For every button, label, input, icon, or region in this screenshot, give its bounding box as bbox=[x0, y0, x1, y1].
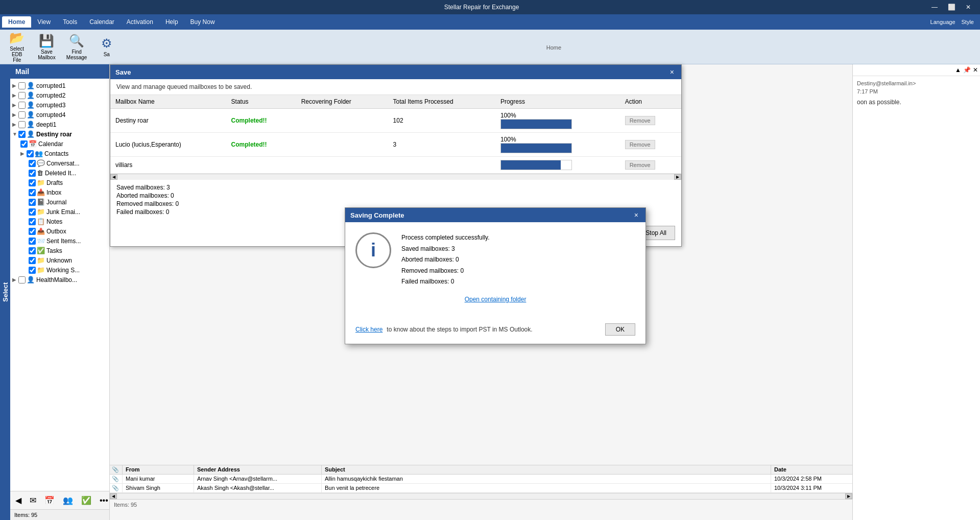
tree-item-corrupted1[interactable]: ▶ 👤 corrupted1 bbox=[10, 81, 109, 90]
nav-prev-button[interactable]: ◀ bbox=[12, 493, 25, 507]
tree-item-health-mailbox[interactable]: ▶ 👤 HealthMailbo... bbox=[10, 275, 109, 285]
expand-icon[interactable]: ▶ bbox=[12, 102, 18, 108]
row2-action[interactable]: Remove bbox=[620, 133, 681, 157]
ok-button[interactable]: OK bbox=[605, 323, 635, 336]
horizontal-scrollbar[interactable]: ◀ ▶ bbox=[110, 174, 681, 180]
email-scroll-track[interactable] bbox=[117, 493, 845, 499]
email-row-2[interactable]: 📎 Shivam Singh Akash Singh <Akash@stella… bbox=[110, 484, 852, 493]
select-edb-button[interactable]: 📂 SelectEDB File bbox=[4, 29, 30, 65]
tree-checkbox-deleted[interactable] bbox=[29, 170, 36, 177]
menu-help[interactable]: Help bbox=[159, 16, 184, 28]
tree-checkbox-health[interactable] bbox=[18, 276, 26, 283]
minimize-button[interactable]: — bbox=[927, 3, 942, 12]
nav-tasks-button[interactable]: ✅ bbox=[78, 493, 94, 507]
modal-body: i Process completed successfully. Saved … bbox=[345, 222, 646, 319]
style-label[interactable]: Style bbox=[962, 19, 974, 25]
nav-mail-button[interactable]: ✉ bbox=[27, 493, 39, 507]
scroll-left-button[interactable]: ◀ bbox=[110, 174, 117, 180]
email-horizontal-scrollbar[interactable]: ◀ ▶ bbox=[110, 493, 852, 499]
email-scroll-right-button[interactable]: ▶ bbox=[845, 493, 852, 499]
tree-item-junk-email[interactable]: 📁 Junk Emai... bbox=[10, 207, 109, 217]
modal-close-button[interactable]: × bbox=[632, 211, 640, 219]
tree-item-corrupted4[interactable]: ▶ 👤 corrupted4 bbox=[10, 110, 109, 120]
tree-checkbox-junk[interactable] bbox=[29, 208, 36, 216]
menu-buynow[interactable]: Buy Now bbox=[184, 16, 221, 28]
tree-checkbox-outbox[interactable] bbox=[29, 228, 36, 235]
menu-calendar[interactable]: Calendar bbox=[83, 16, 121, 28]
save-button-small[interactable]: ⚙ Sa bbox=[94, 34, 119, 59]
remove-button-2[interactable]: Remove bbox=[625, 140, 655, 149]
tree-item-deepti1[interactable]: ▶ 👤 deepti1 bbox=[10, 120, 109, 129]
row3-action[interactable]: Remove bbox=[620, 157, 681, 174]
expand-icon[interactable]: ▶ bbox=[12, 277, 18, 282]
menu-view[interactable]: View bbox=[31, 16, 57, 28]
tree-item-unknown[interactable]: 📁 Unknown bbox=[10, 255, 109, 265]
expand-icon-destiny[interactable]: ▼ bbox=[12, 131, 18, 137]
tree-checkbox-destiny[interactable] bbox=[18, 131, 26, 138]
tree-checkbox-tasks[interactable] bbox=[29, 247, 36, 254]
from-2: Shivam Singh bbox=[122, 484, 194, 492]
find-message-button[interactable]: 🔍 FindMessage bbox=[63, 32, 89, 62]
tree-checkbox-drafts[interactable] bbox=[29, 179, 36, 186]
tree-checkbox-corrupted3[interactable] bbox=[18, 102, 26, 109]
close-button[interactable]: ✕ bbox=[962, 3, 975, 12]
expand-icon[interactable]: ▶ bbox=[12, 83, 18, 88]
scroll-track[interactable] bbox=[117, 174, 674, 180]
tree-checkbox-contacts[interactable] bbox=[27, 150, 34, 157]
panel-pin-button[interactable]: 📌 bbox=[963, 66, 971, 74]
tree-item-drafts[interactable]: 📁 Drafts bbox=[10, 178, 109, 187]
select-vertical-label[interactable]: Select bbox=[0, 64, 10, 520]
tree-item-destiny-roar[interactable]: ▼ 👤 Destiny roar bbox=[10, 129, 109, 139]
tree-item-outbox[interactable]: 📤 Outbox bbox=[10, 226, 109, 236]
tree-checkbox-sent[interactable] bbox=[29, 238, 36, 245]
tree-item-contacts[interactable]: ▶ 👥 Contacts bbox=[10, 149, 109, 158]
nav-calendar-button[interactable]: 📅 bbox=[41, 493, 58, 507]
save-mailbox-button[interactable]: 💾 SaveMailbox bbox=[34, 32, 59, 62]
menu-activation[interactable]: Activation bbox=[121, 16, 159, 28]
save-dialog-close-button[interactable]: × bbox=[668, 68, 676, 76]
tree-item-corrupted3[interactable]: ▶ 👤 corrupted3 bbox=[10, 100, 109, 110]
tree-checkbox-working[interactable] bbox=[29, 267, 36, 274]
language-label[interactable]: Language bbox=[930, 19, 955, 25]
tree-item-working-s[interactable]: 📁 Working S... bbox=[10, 265, 109, 275]
expand-icon[interactable]: ▶ bbox=[12, 112, 18, 117]
tree-checkbox-notes[interactable] bbox=[29, 218, 36, 225]
tree-item-calendar[interactable]: 📅 Calendar bbox=[10, 139, 109, 149]
tree-checkbox-calendar[interactable] bbox=[20, 140, 28, 148]
tree-checkbox-conversation[interactable] bbox=[29, 160, 36, 167]
tree-item-notes[interactable]: 📋 Notes bbox=[10, 217, 109, 226]
tree-item-sent-items[interactable]: 📨 Sent Items... bbox=[10, 236, 109, 246]
expand-icon[interactable]: ▶ bbox=[20, 151, 27, 156]
email-scroll-left-button[interactable]: ◀ bbox=[110, 493, 117, 499]
tree-item-tasks[interactable]: ✅ Tasks bbox=[10, 246, 109, 255]
maximize-button[interactable]: ⬜ bbox=[944, 3, 960, 12]
nav-contacts-button[interactable]: 👥 bbox=[60, 493, 76, 507]
email-row-1[interactable]: 📎 Mani kumar Arnav Singh <Arnav@stellarm… bbox=[110, 475, 852, 484]
row1-action[interactable]: Remove bbox=[620, 109, 681, 133]
scroll-right-button[interactable]: ▶ bbox=[674, 174, 681, 180]
tree-item-conversation[interactable]: 💬 Conversat... bbox=[10, 158, 109, 168]
remove-button-1[interactable]: Remove bbox=[625, 116, 655, 125]
expand-icon[interactable]: ▶ bbox=[12, 122, 18, 127]
open-containing-folder-link[interactable]: Open containing folder bbox=[465, 296, 527, 303]
tree-checkbox-corrupted4[interactable] bbox=[18, 111, 26, 119]
menu-tools[interactable]: Tools bbox=[57, 16, 83, 28]
tree-checkbox-corrupted2[interactable] bbox=[18, 92, 26, 99]
right-panel-header: ▲ 📌 ✕ bbox=[853, 64, 980, 76]
click-here-link[interactable]: Click here bbox=[355, 326, 383, 333]
tree-item-inbox[interactable]: 📥 Inbox bbox=[10, 187, 109, 197]
panel-close-button[interactable]: ✕ bbox=[973, 66, 978, 74]
tree-item-corrupted2[interactable]: ▶ 👤 corrupted2 bbox=[10, 90, 109, 100]
tree-item-deleted[interactable]: 🗑 Deleted It... bbox=[10, 168, 109, 178]
tree-checkbox-inbox[interactable] bbox=[29, 189, 36, 196]
tree-checkbox-journal[interactable] bbox=[29, 199, 36, 206]
expand-icon[interactable]: ▶ bbox=[12, 92, 18, 98]
tree-checkbox-deepti1[interactable] bbox=[18, 121, 26, 128]
remove-button-3[interactable]: Remove bbox=[625, 160, 655, 170]
nav-more-button[interactable]: ••• bbox=[97, 494, 110, 507]
tree-checkbox-unknown[interactable] bbox=[29, 257, 36, 264]
tree-item-journal[interactable]: 📓 Journal bbox=[10, 197, 109, 207]
tree-checkbox-corrupted1[interactable] bbox=[18, 82, 26, 89]
panel-expand-button[interactable]: ▲ bbox=[955, 66, 961, 74]
menu-home[interactable]: Home bbox=[2, 16, 31, 28]
